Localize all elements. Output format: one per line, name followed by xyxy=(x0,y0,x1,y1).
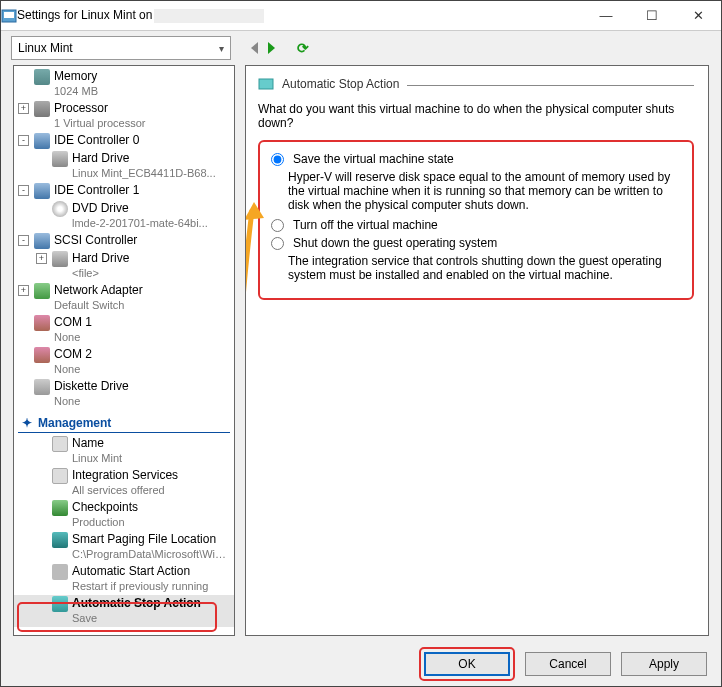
mgmt-item-spf[interactable]: Smart Paging File LocationC:\ProgramData… xyxy=(14,531,234,563)
hw-item-dvd[interactable]: DVD Drivelmde-2-201701-mate-64bi... xyxy=(14,200,234,232)
hw-item-com2[interactable]: COM 2None xyxy=(14,346,234,378)
hw-item-cpu[interactable]: +Processor1 Virtual processor xyxy=(14,100,234,132)
mgmt-item-name[interactable]: NameLinux Mint xyxy=(14,435,234,467)
radio-turn-off-label: Turn off the virtual machine xyxy=(293,218,438,232)
expander-icon xyxy=(36,153,47,164)
cpu-icon xyxy=(34,101,50,117)
close-button[interactable]: ✕ xyxy=(675,1,721,31)
tree-item-sublabel: All services offered xyxy=(72,483,230,498)
detail-prompt: What do you want this virtual machine to… xyxy=(258,102,694,130)
management-icon: ✦ xyxy=(22,416,32,430)
radio-shut-down-input[interactable] xyxy=(271,237,284,250)
cancel-button[interactable]: Cancel xyxy=(525,652,611,676)
hw-item-net[interactable]: +Network AdapterDefault Switch xyxy=(14,282,234,314)
ide1-icon xyxy=(34,183,50,199)
tree-item-sublabel: 1 Virtual processor xyxy=(54,116,230,131)
mgmt-item-asa[interactable]: Automatic Start ActionRestart if previou… xyxy=(14,563,234,595)
detail-panel: Automatic Stop Action What do you want t… xyxy=(245,65,709,636)
stop-action-icon xyxy=(258,76,274,92)
hw-item-com1[interactable]: COM 1None xyxy=(14,314,234,346)
apply-button[interactable]: Apply xyxy=(621,652,707,676)
expander-icon[interactable]: - xyxy=(18,135,29,146)
group-title-label: Automatic Stop Action xyxy=(282,77,399,91)
ok-button[interactable]: OK xyxy=(424,652,510,676)
hw-item-dsk[interactable]: Diskette DriveNone xyxy=(14,378,234,410)
dialog-footer: OK Cancel Apply xyxy=(1,642,721,686)
vm-selected-label: Linux Mint xyxy=(18,41,73,55)
settings-icon xyxy=(1,8,17,24)
tree-item-sublabel: Linux Mint xyxy=(72,451,230,466)
tree-item-label: IDE Controller 0 xyxy=(54,133,230,148)
nav-back-icon[interactable] xyxy=(251,42,258,54)
com2-icon xyxy=(34,347,50,363)
management-section-header: ✦Management xyxy=(18,414,230,433)
radio-shut-down-label: Shut down the guest operating system xyxy=(293,236,497,250)
tree-item-label: SCSI Controller xyxy=(54,233,230,248)
tree-item-sublabel: Default Switch xyxy=(54,298,230,313)
ide0-icon xyxy=(34,133,50,149)
dsk-icon xyxy=(34,379,50,395)
tree-item-label: IDE Controller 1 xyxy=(54,183,230,198)
tree-item-sublabel: C:\ProgramData\Microsoft\Win... xyxy=(72,547,230,562)
tree-item-sublabel: Save xyxy=(72,611,230,626)
expander-icon xyxy=(36,470,47,481)
tree-item-sublabel: None xyxy=(54,394,230,409)
radio-save-state-desc: Hyper-V will reserve disk space equal to… xyxy=(288,170,684,212)
expander-icon[interactable]: + xyxy=(18,103,29,114)
tree-item-sublabel: Production xyxy=(72,515,230,530)
tree-item-label: Automatic Start Action xyxy=(72,564,230,579)
radio-save-state-input[interactable] xyxy=(271,153,284,166)
expander-icon xyxy=(18,71,29,82)
mgmt-item-stop[interactable]: Automatic Stop ActionSave xyxy=(14,595,234,627)
radio-turn-off[interactable]: Turn off the virtual machine xyxy=(266,218,684,232)
hw-item-ide1[interactable]: -IDE Controller 1 xyxy=(14,182,234,200)
radio-group-callout: Save the virtual machine state Hyper-V w… xyxy=(258,140,694,300)
nav-forward-icon[interactable] xyxy=(268,42,275,54)
hd0-icon xyxy=(52,151,68,167)
tree-item-sublabel: Linux Mint_ECB4411D-B68... xyxy=(72,166,230,181)
expander-icon xyxy=(18,317,29,328)
radio-save-state[interactable]: Save the virtual machine state xyxy=(266,152,684,166)
mgmt-item-chk[interactable]: CheckpointsProduction xyxy=(14,499,234,531)
name-icon xyxy=(52,436,68,452)
tree-item-sublabel: None xyxy=(54,330,230,345)
tree-item-label: Hard Drive xyxy=(72,151,230,166)
hw-item-hd0[interactable]: Hard DriveLinux Mint_ECB4411D-B68... xyxy=(14,150,234,182)
hw-item-ide0[interactable]: -IDE Controller 0 xyxy=(14,132,234,150)
stop-icon xyxy=(52,596,68,612)
tree-item-sublabel: 1024 MB xyxy=(54,84,230,99)
radio-shut-down[interactable]: Shut down the guest operating system xyxy=(266,236,684,250)
tree-item-label: Checkpoints xyxy=(72,500,230,515)
expander-icon[interactable]: - xyxy=(18,235,29,246)
svg-rect-2 xyxy=(259,79,273,89)
maximize-button[interactable]: ☐ xyxy=(629,1,675,31)
ok-button-callout: OK xyxy=(419,647,515,681)
hw-item-mem[interactable]: Memory1024 MB xyxy=(14,68,234,100)
tree-item-label: Diskette Drive xyxy=(54,379,230,394)
svg-rect-1 xyxy=(4,12,14,18)
vm-selector[interactable]: Linux Mint ▾ xyxy=(11,36,231,60)
refresh-icon[interactable]: ⟳ xyxy=(297,40,309,56)
chk-icon xyxy=(52,500,68,516)
tree-item-label: Processor xyxy=(54,101,230,116)
expander-icon[interactable]: + xyxy=(18,285,29,296)
spf-icon xyxy=(52,532,68,548)
toolbar: Linux Mint ▾ ⟳ xyxy=(1,31,721,65)
com1-icon xyxy=(34,315,50,331)
mgmt-item-int[interactable]: Integration ServicesAll services offered xyxy=(14,467,234,499)
window-title: Settings for Linux Mint on xyxy=(17,8,583,23)
settings-tree[interactable]: Memory1024 MB+Processor1 Virtual process… xyxy=(14,66,234,635)
minimize-button[interactable]: — xyxy=(583,1,629,31)
expander-icon[interactable]: + xyxy=(36,253,47,264)
hw-item-scsi[interactable]: -SCSI Controller xyxy=(14,232,234,250)
expander-icon xyxy=(36,534,47,545)
tree-item-label: COM 2 xyxy=(54,347,230,362)
hw-item-hd1[interactable]: +Hard Drive<file> xyxy=(14,250,234,282)
hd1-icon xyxy=(52,251,68,267)
radio-turn-off-input[interactable] xyxy=(271,219,284,232)
settings-tree-panel: Memory1024 MB+Processor1 Virtual process… xyxy=(13,65,235,636)
tree-item-sublabel: None xyxy=(54,362,230,377)
expander-icon[interactable]: - xyxy=(18,185,29,196)
scsi-icon xyxy=(34,233,50,249)
expander-icon xyxy=(18,381,29,392)
